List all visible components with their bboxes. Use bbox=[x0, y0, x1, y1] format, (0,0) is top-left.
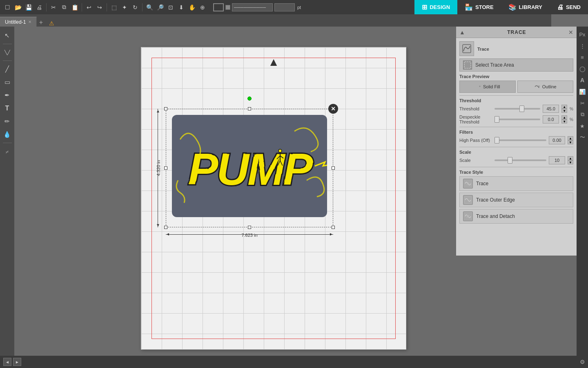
align-icon[interactable]: ≡ bbox=[578, 53, 587, 62]
threshold-slider-track[interactable] bbox=[494, 108, 540, 110]
eyedropper-tool-icon[interactable]: 💧 bbox=[2, 129, 13, 140]
trace-style-btn[interactable]: Trace bbox=[459, 176, 573, 191]
tab-close-btn[interactable]: ✕ bbox=[28, 20, 31, 24]
stroke-style-dropdown[interactable] bbox=[232, 3, 273, 11]
text-tool-icon[interactable]: T bbox=[2, 103, 13, 114]
settings-btn[interactable]: ⚙ bbox=[577, 356, 588, 368]
handle-mid-left[interactable] bbox=[164, 166, 167, 170]
circle-icon[interactable]: ◯ bbox=[578, 64, 587, 73]
print-icon[interactable]: 🖨 bbox=[34, 2, 44, 12]
solid-fill-btn[interactable]: Solid Fill bbox=[459, 81, 516, 93]
send-nav-btn[interactable]: 🖨 SEND bbox=[550, 0, 588, 14]
outline-btn[interactable]: Outline bbox=[517, 81, 574, 93]
handle-bot-right[interactable] bbox=[332, 226, 335, 229]
pixel-icon[interactable]: Px bbox=[578, 30, 587, 39]
despeckle-value[interactable]: 0.0 bbox=[543, 115, 559, 123]
node-tool-icon[interactable]: ╲╱ bbox=[2, 47, 13, 58]
rectangle-tool-icon[interactable]: ▭ bbox=[2, 76, 13, 88]
scale-spin-down[interactable]: ▼ bbox=[568, 160, 573, 164]
stroke-color-swatch[interactable] bbox=[213, 3, 224, 11]
nodes-icon[interactable]: ✦ bbox=[120, 2, 129, 12]
crosshair-icon[interactable]: ⊕ bbox=[198, 2, 207, 12]
cut-icon[interactable]: ✂ bbox=[49, 2, 58, 12]
eraser-tool-icon[interactable]: ✏ bbox=[2, 116, 13, 127]
paste-icon[interactable]: 📋 bbox=[70, 2, 80, 12]
handle-top-left[interactable] bbox=[164, 107, 167, 110]
chart-icon[interactable]: 📊 bbox=[578, 87, 587, 96]
line-tool-icon[interactable]: ╱ bbox=[2, 63, 13, 75]
zoom-fit-icon[interactable]: ⊡ bbox=[166, 2, 176, 12]
knife-tool-icon[interactable]: ⌿ bbox=[2, 146, 13, 157]
close-selection-btn[interactable]: ✕ bbox=[328, 104, 338, 114]
new-file-icon[interactable]: ☐ bbox=[2, 2, 12, 12]
panel-expand-icon[interactable]: ▲ bbox=[459, 29, 465, 36]
copy-icon[interactable]: ⧉ bbox=[59, 2, 69, 12]
library-nav-btn[interactable]: 📚 LIBRARY bbox=[501, 0, 550, 14]
arrow-up-icon[interactable]: ▲ bbox=[268, 56, 279, 69]
scale-spin-up[interactable]: ▲ bbox=[568, 156, 573, 160]
threshold-spin-down[interactable]: ▼ bbox=[561, 109, 567, 113]
svg-point-10 bbox=[538, 86, 539, 87]
library-label: LIBRARY bbox=[519, 4, 542, 10]
image-container[interactable]: ✕ PUMP bbox=[166, 109, 333, 227]
scale-slider-track[interactable] bbox=[494, 159, 546, 161]
scale-slider-thumb[interactable] bbox=[508, 157, 512, 164]
threshold-slider-thumb[interactable] bbox=[519, 105, 524, 112]
tab-untitled[interactable]: Untitled-1 ✕ bbox=[0, 17, 37, 27]
arrow-left-icon: ◄ bbox=[166, 232, 170, 236]
select-trace-area-btn[interactable]: Select Trace Area bbox=[459, 58, 573, 72]
layers-icon[interactable]: ⧉ bbox=[578, 110, 587, 119]
svg-text:PUMP: PUMP bbox=[188, 144, 313, 194]
rotate-icon[interactable]: ↻ bbox=[130, 2, 140, 12]
zoom-in-icon[interactable]: 🔍 bbox=[145, 2, 154, 12]
high-pass-spin-down[interactable]: ▼ bbox=[568, 140, 573, 144]
scale-value[interactable]: 10 bbox=[549, 156, 565, 164]
rotation-handle[interactable] bbox=[247, 96, 252, 101]
despeckle-row: Despeckle Threshold 0.0 ▲ ▼ % bbox=[459, 114, 573, 124]
svg-point-1 bbox=[278, 149, 282, 153]
save-icon[interactable]: 💾 bbox=[24, 2, 33, 12]
tab-add-btn[interactable]: + bbox=[37, 18, 45, 27]
high-pass-value[interactable]: 0.00 bbox=[549, 136, 565, 144]
scissors-icon[interactable]: ✂ bbox=[578, 99, 587, 108]
zoom-out-icon[interactable]: 🔎 bbox=[155, 2, 165, 12]
pointer-tool-icon[interactable]: ↖ bbox=[2, 30, 13, 41]
design-nav-btn[interactable]: ⊞ DESIGN bbox=[414, 0, 457, 14]
undo-icon[interactable]: ↩ bbox=[84, 2, 94, 12]
despeckle-slider-track[interactable] bbox=[494, 119, 540, 120]
high-pass-slider-track[interactable] bbox=[494, 139, 546, 141]
redo-icon[interactable]: ↪ bbox=[95, 2, 105, 12]
open-folder-icon[interactable]: 📂 bbox=[13, 2, 23, 12]
high-pass-slider-thumb[interactable] bbox=[494, 137, 499, 144]
prev-page-btn[interactable]: ◄ bbox=[3, 358, 11, 366]
trace-panel-close-btn[interactable]: ✕ bbox=[568, 29, 573, 36]
star-icon[interactable]: ★ bbox=[578, 121, 587, 130]
select-trace-area-label: Select Trace Area bbox=[475, 62, 514, 68]
handle-mid-right[interactable] bbox=[332, 166, 335, 170]
handle-bot-mid[interactable] bbox=[248, 226, 251, 229]
store-nav-btn[interactable]: 🏪 STORE bbox=[457, 0, 501, 14]
threshold-spin-up[interactable]: ▲ bbox=[561, 105, 567, 109]
pen-tool-icon[interactable]: ✒ bbox=[2, 90, 13, 101]
pan-icon[interactable]: ✋ bbox=[187, 2, 197, 12]
despeckle-slider-thumb[interactable] bbox=[494, 116, 499, 123]
despeckle-spin-up[interactable]: ▲ bbox=[561, 115, 567, 119]
threshold-value[interactable]: 45.0 bbox=[543, 105, 559, 113]
tab-label: Untitled-1 bbox=[5, 19, 26, 25]
left-toolbar: ↖ ╲╱ ╱ ▭ ✒ T ✏ 💧 ⌿ bbox=[0, 27, 14, 368]
handle-bot-left[interactable] bbox=[164, 226, 167, 229]
trace-and-detach-btn[interactable]: Trace and Detach bbox=[459, 209, 573, 224]
despeckle-spin-down[interactable]: ▼ bbox=[561, 119, 567, 123]
panel-icon-2[interactable]: ⋮ bbox=[578, 41, 587, 50]
import-icon[interactable]: ⬇ bbox=[176, 2, 186, 12]
fish-outline-icon bbox=[534, 84, 541, 89]
high-pass-spin-up[interactable]: ▲ bbox=[568, 136, 573, 140]
high-pass-spinners: ▲ ▼ bbox=[568, 136, 573, 144]
stroke-width-input[interactable]: 0.00 bbox=[274, 3, 295, 11]
font-icon[interactable]: A bbox=[578, 76, 587, 85]
wave-icon[interactable]: 〜 bbox=[578, 133, 587, 142]
handle-top-mid[interactable] bbox=[248, 107, 251, 110]
select-icon[interactable]: ⬚ bbox=[109, 2, 119, 12]
next-page-btn[interactable]: ► bbox=[13, 358, 21, 366]
trace-outer-edge-btn[interactable]: Trace Outer Edge bbox=[459, 193, 573, 207]
